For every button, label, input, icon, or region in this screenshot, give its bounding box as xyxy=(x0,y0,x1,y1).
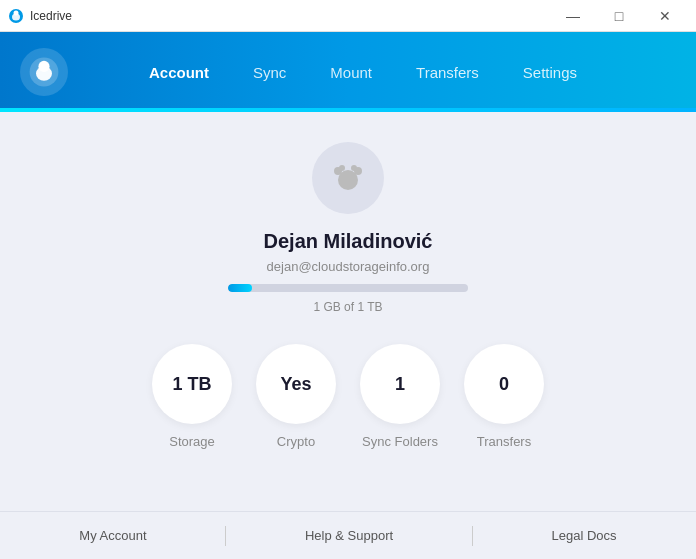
titlebar: Icedrive — □ ✕ xyxy=(0,0,696,32)
app-icon xyxy=(8,8,24,24)
nav-item-transfers[interactable]: Transfers xyxy=(394,56,501,89)
maximize-button[interactable]: □ xyxy=(596,0,642,32)
storage-text: 1 GB of 1 TB xyxy=(313,300,382,314)
user-name: Dejan Miladinović xyxy=(264,230,433,253)
nav-item-account[interactable]: Account xyxy=(127,56,231,89)
stat-label-storage: Storage xyxy=(169,434,215,449)
user-email: dejan@cloudstorageinfo.org xyxy=(267,259,430,274)
stats-row: 1 TB Storage Yes Crypto 1 Sync Folders 0… xyxy=(152,344,544,449)
nav-item-settings[interactable]: Settings xyxy=(501,56,599,89)
footer-divider-2 xyxy=(472,526,473,546)
stat-item-sync-folders: 1 Sync Folders xyxy=(360,344,440,449)
footer-link-legal-docs[interactable]: Legal Docs xyxy=(552,528,617,543)
storage-bar-container xyxy=(228,284,468,292)
footer-link-help-support[interactable]: Help & Support xyxy=(305,528,393,543)
stat-item-crypto: Yes Crypto xyxy=(256,344,336,449)
nav-item-mount[interactable]: Mount xyxy=(308,56,394,89)
stat-item-storage: 1 TB Storage xyxy=(152,344,232,449)
stat-label-crypto: Crypto xyxy=(277,434,315,449)
titlebar-left: Icedrive xyxy=(8,8,72,24)
stat-label-sync-folders: Sync Folders xyxy=(362,434,438,449)
svg-point-10 xyxy=(351,165,357,171)
footer: My Account Help & Support Legal Docs xyxy=(0,511,696,559)
close-button[interactable]: ✕ xyxy=(642,0,688,32)
storage-bar-fill xyxy=(228,284,252,292)
stat-item-transfers: 0 Transfers xyxy=(464,344,544,449)
app-title: Icedrive xyxy=(30,9,72,23)
stat-circle-storage: 1 TB xyxy=(152,344,232,424)
window-controls: — □ ✕ xyxy=(550,0,688,32)
paw-icon xyxy=(328,158,368,198)
stat-label-transfers: Transfers xyxy=(477,434,531,449)
stat-circle-sync-folders: 1 xyxy=(360,344,440,424)
minimize-button[interactable]: — xyxy=(550,0,596,32)
stat-circle-transfers: 0 xyxy=(464,344,544,424)
nav-item-sync[interactable]: Sync xyxy=(231,56,308,89)
svg-point-9 xyxy=(339,165,345,171)
stat-circle-crypto: Yes xyxy=(256,344,336,424)
user-avatar xyxy=(312,142,384,214)
svg-point-2 xyxy=(14,10,19,15)
nav-links: Account Sync Mount Transfers Settings xyxy=(50,56,676,89)
footer-link-my-account[interactable]: My Account xyxy=(79,528,146,543)
footer-divider-1 xyxy=(225,526,226,546)
main-content: Dejan Miladinović dejan@cloudstorageinfo… xyxy=(0,112,696,511)
navbar: Account Sync Mount Transfers Settings xyxy=(0,32,696,112)
svg-point-5 xyxy=(38,61,49,72)
